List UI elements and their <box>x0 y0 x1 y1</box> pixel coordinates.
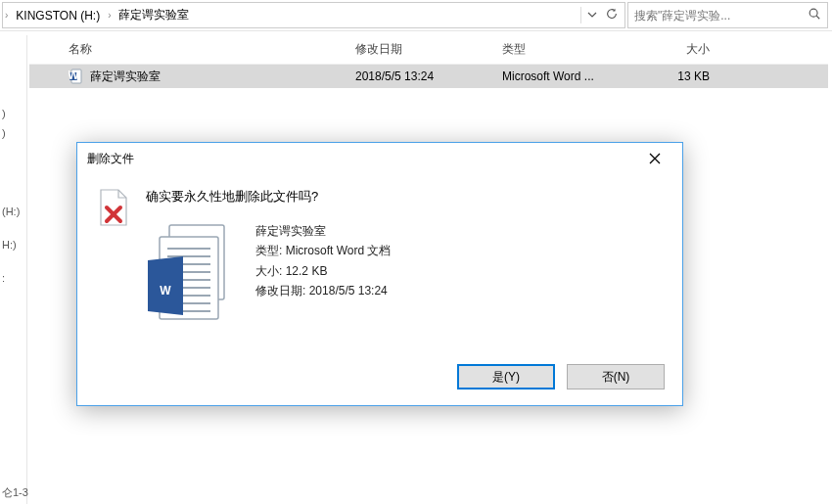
address-bar[interactable]: › KINGSTON (H:) › 薛定谔实验室 <box>2 2 625 28</box>
sidebar-text: (H:) <box>0 202 26 221</box>
meta-size: 12.2 KB <box>286 264 328 278</box>
sidebar-fragment: ) ) (H:) H:) : <box>0 35 27 504</box>
meta-size-label: 大小: <box>255 264 282 278</box>
search-input[interactable] <box>634 9 808 23</box>
file-date: 2018/5/5 13:24 <box>347 69 494 83</box>
svg-point-0 <box>809 9 817 17</box>
close-icon <box>649 153 661 164</box>
svg-text:W: W <box>69 69 79 82</box>
file-type: Microsoft Word ... <box>494 69 641 83</box>
file-name: 薛定谔实验室 <box>90 69 161 85</box>
breadcrumb-drive[interactable]: KINGSTON (H:) <box>10 3 106 27</box>
delete-warning-icon <box>97 188 128 327</box>
col-size[interactable]: 大小 <box>641 41 739 58</box>
breadcrumb-folder[interactable]: 薛定谔实验室 <box>113 3 195 27</box>
explorer-window: › KINGSTON (H:) › 薛定谔实验室 ) ) (H:) <box>0 0 832 504</box>
dropdown-icon[interactable] <box>587 9 597 23</box>
meta-type-label: 类型: <box>255 244 282 257</box>
meta-date: 2018/5/5 13:24 <box>309 284 388 298</box>
meta-type: Microsoft Word 文档 <box>286 244 392 257</box>
dialog-body: 确实要永久性地删除此文件吗? W 薛定谔实验室 类型: Micros <box>77 174 682 337</box>
sidebar-text: : <box>0 268 26 288</box>
column-headers: 名称 修改日期 类型 大小 <box>29 35 828 65</box>
bottom-text: 仑1-3 <box>0 485 28 500</box>
address-row: › KINGSTON (H:) › 薛定谔实验室 <box>0 0 832 31</box>
search-box[interactable] <box>627 2 828 28</box>
sidebar-text: ) <box>0 104 26 123</box>
col-type[interactable]: 类型 <box>494 41 641 58</box>
dialog-main: 确实要永久性地删除此文件吗? W 薛定谔实验室 类型: Micros <box>146 188 663 327</box>
search-icon[interactable] <box>808 7 821 23</box>
meta-date-label: 修改日期: <box>255 284 305 298</box>
yes-button[interactable]: 是(Y) <box>457 364 555 389</box>
dialog-file-info: W 薛定谔实验室 类型: Microsoft Word 文档 大小: 12.2 … <box>146 221 663 327</box>
dialog-file-name: 薛定谔实验室 <box>255 221 391 241</box>
dialog-question: 确实要永久性地删除此文件吗? <box>146 188 663 206</box>
col-name[interactable]: 名称 <box>29 41 347 58</box>
dialog-title: 删除文件 <box>87 151 134 167</box>
dialog-titlebar: 删除文件 <box>77 143 682 174</box>
address-actions <box>580 7 624 23</box>
col-date[interactable]: 修改日期 <box>347 41 494 58</box>
svg-line-1 <box>816 16 819 19</box>
close-button[interactable] <box>635 146 674 171</box>
file-size: 13 KB <box>641 69 739 83</box>
chevron-right-icon[interactable]: › <box>3 10 10 21</box>
sidebar-text: H:) <box>0 235 26 254</box>
no-button[interactable]: 否(N) <box>567 364 665 389</box>
sidebar-text: ) <box>0 123 26 143</box>
dialog-buttons: 是(Y) 否(N) <box>457 364 665 389</box>
refresh-icon[interactable] <box>605 7 619 23</box>
delete-dialog: 删除文件 确实要永久性地删除此文件吗? <box>76 142 683 406</box>
word-doc-icon: W <box>69 69 84 84</box>
dialog-meta: 薛定谔实验室 类型: Microsoft Word 文档 大小: 12.2 KB… <box>255 221 391 301</box>
table-row[interactable]: W 薛定谔实验室 2018/5/5 13:24 Microsoft Word .… <box>29 65 828 88</box>
word-doc-large-icon: W <box>146 221 232 327</box>
chevron-right-icon[interactable]: › <box>106 10 113 21</box>
svg-text:W: W <box>160 284 171 298</box>
